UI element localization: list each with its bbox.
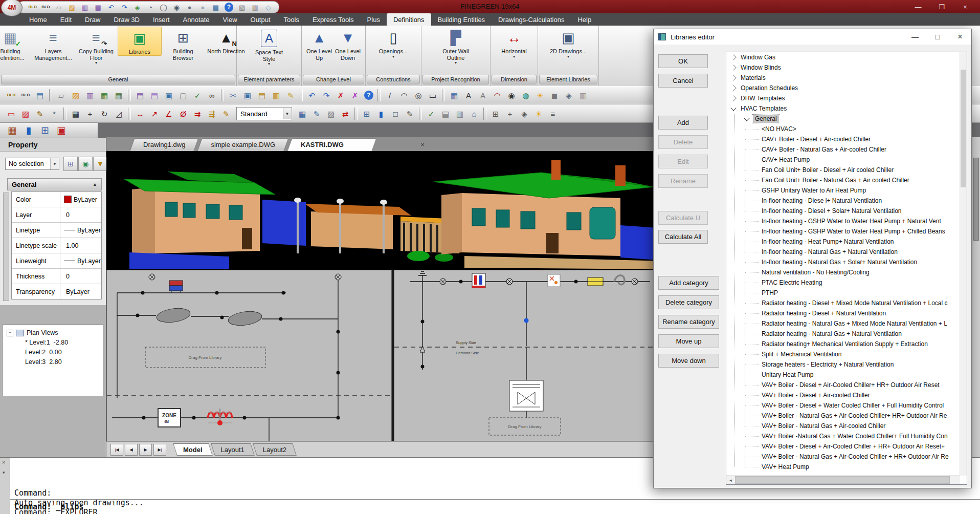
tree-item[interactable]: CAV+ Boiler - Natural Gas + Air-cooled C…	[726, 144, 967, 155]
rename-button[interactable]: Rename	[658, 174, 708, 188]
menu-tab[interactable]: Plus	[361, 13, 387, 26]
spell-check-icon[interactable]: ✓	[191, 89, 204, 101]
wall-hatch-icon[interactable]: ▨	[324, 108, 338, 120]
building-browser-button[interactable]: ⊞ Building Browser	[162, 27, 205, 61]
tree-subcategory-row[interactable]: General	[726, 114, 967, 124]
zone-block[interactable]: ZONE 4M	[158, 409, 181, 427]
delete-category-button[interactable]: Delete category	[658, 295, 719, 309]
property-section-header[interactable]: General ▲	[7, 178, 102, 190]
layers-icon[interactable]: ≡	[546, 108, 560, 120]
chevron-right-icon[interactable]	[730, 65, 736, 70]
erase-icon[interactable]: ✗	[334, 89, 347, 101]
separator[interactable]	[354, 108, 358, 120]
menu-tab[interactable]: Output	[244, 13, 277, 26]
arc-icon[interactable]: ◠	[397, 89, 411, 101]
tree-category-row[interactable]: Window Gas	[726, 52, 967, 62]
one-level-down-button[interactable]: ▼ One Level Down	[333, 27, 362, 61]
paste-icon[interactable]: ▤	[255, 89, 269, 101]
open-file-icon[interactable]: ▨	[69, 89, 82, 101]
separator[interactable]	[377, 89, 381, 101]
property-row[interactable]: Transparency ByLayer	[12, 284, 101, 299]
copy-icon[interactable]: ▣	[241, 89, 254, 101]
move-icon[interactable]: +	[83, 108, 97, 120]
openings-button[interactable]: ▯ Openings... ▾	[371, 27, 416, 59]
tree-category-row-expanded[interactable]: HVAC Templates	[726, 103, 967, 114]
separator[interactable]	[221, 89, 224, 101]
menu-tab[interactable]: Draw 3D	[107, 13, 146, 26]
dim-edit-icon[interactable]: ✎	[219, 108, 233, 120]
dim-continue-icon[interactable]: ⇶	[205, 108, 218, 120]
drawing-tab[interactable]: Drawing1.dwg	[132, 138, 196, 151]
copy-building-floor-button[interactable]: ≡↷ Copy Building Floor ▾	[75, 27, 118, 65]
command-expand-icon[interactable]: ▾	[3, 470, 5, 475]
separator[interactable]	[442, 89, 445, 101]
tree-item[interactable]: In-floor heating - GSHP Water to Water H…	[726, 226, 967, 237]
tree-item[interactable]: CAV+ Heat Pump	[726, 155, 967, 165]
tree-item[interactable]: Natural ventilation - No Heating/Cooling	[726, 267, 967, 277]
separator[interactable]	[128, 108, 131, 120]
tree-item[interactable]: Radiator heating - Diesel + Natural Vent…	[726, 308, 967, 318]
move-down-button[interactable]: Move down	[658, 354, 719, 368]
2d-drawings-button[interactable]: ▣ 2D Drawings... ▾	[548, 27, 589, 59]
menu-tab[interactable]: Home	[23, 13, 54, 26]
close-button[interactable]: ×	[953, 0, 977, 13]
tree-item[interactable]: VAV+ Boiler - Diesel + Air-Cooled Chille…	[726, 380, 967, 390]
ok-button[interactable]: OK	[658, 54, 708, 68]
wall-node-tool-icon[interactable]: ▣	[54, 124, 69, 137]
one-level-up-button[interactable]: ▲ One Level Up	[305, 27, 333, 61]
tree-item[interactable]: Radiator heating+ Mechanical Ventilation…	[726, 339, 967, 349]
first-tab-icon[interactable]: |◀	[110, 444, 123, 456]
property-row[interactable]: Linetype scale 1.00	[12, 238, 101, 253]
help-icon[interactable]: ?	[364, 91, 373, 100]
wall-edit-icon[interactable]: ✎	[310, 108, 323, 120]
tree-vertical-scrollbar[interactable]	[960, 52, 967, 476]
selection-dropdown-icon[interactable]: ▼	[50, 158, 59, 169]
zoom-realtime-icon[interactable]: ◎	[412, 89, 425, 101]
sheet-icon[interactable]: ▥	[576, 89, 590, 101]
dim-angular-icon[interactable]: ∠	[162, 108, 175, 120]
layout-tab[interactable]: Layout2	[255, 443, 295, 456]
ucs-icon[interactable]: +	[503, 108, 517, 120]
tree-category-row[interactable]: DHW Templates	[726, 93, 967, 103]
tree-item[interactable]: CAV+ Boiler - Diesel + Air-cooled Chille…	[726, 134, 967, 144]
tree-item[interactable]: In-floor heating - Natural Gas + Solar+ …	[726, 257, 967, 267]
find-doc-icon[interactable]: ▢	[176, 89, 190, 101]
layers-management-button[interactable]: ≡ Layers Management...	[32, 27, 75, 61]
edit-button[interactable]: Edit	[658, 155, 708, 168]
chevron-right-icon[interactable]	[730, 85, 736, 91]
camera-icon[interactable]: ◉	[505, 89, 518, 101]
property-row[interactable]: Layer 0	[12, 207, 101, 223]
layout-tab[interactable]: Layout1	[213, 443, 253, 456]
tree-item[interactable]: In-floor heating - Diesel + Solar+ Natur…	[726, 206, 967, 216]
menu-tab[interactable]: Edit	[54, 13, 78, 26]
collapse-icon[interactable]: ▲	[93, 182, 97, 187]
menu-tab[interactable]: Building Entities	[431, 13, 492, 26]
plan-views-root[interactable]: − Plan Views	[3, 329, 103, 336]
tree-item[interactable]: In-floor heating - GSHP Water to Water H…	[726, 216, 967, 226]
calculate-u-button[interactable]: Calculate U	[658, 211, 708, 225]
select-new-icon[interactable]: ⊞	[63, 157, 78, 171]
minimize-button[interactable]: —	[906, 0, 930, 13]
tree-item[interactable]: VAV+ Heat Pump	[726, 462, 967, 472]
property-row[interactable]: Color ByLayer	[12, 192, 101, 207]
line-icon[interactable]: /	[383, 89, 396, 101]
wall-icon[interactable]: ▦	[296, 108, 309, 120]
plan-level-item[interactable]: * Level:1 -2.80	[3, 339, 103, 346]
quick-filter-icon[interactable]: ▼	[93, 157, 107, 171]
export-lib-icon[interactable]: ▤	[439, 108, 452, 120]
space-text-style-button[interactable]: A Space Text Style ▾	[248, 27, 290, 66]
acis-in-icon[interactable]: ▦	[98, 89, 111, 101]
select-objects-icon[interactable]: ◉	[78, 157, 93, 171]
property-row[interactable]: Lineweight ByLayer	[12, 253, 101, 269]
tree-item[interactable]: VAV+ Boiler -Natural Gas + Water Cooled …	[726, 431, 967, 441]
door-tool-icon[interactable]: ▮	[21, 124, 36, 137]
prev-tab-icon[interactable]: ◀	[125, 444, 138, 456]
tree-item[interactable]: Fan Coil Unit+ Boiler - Diesel + Air coo…	[726, 165, 967, 175]
scale-icon[interactable]: ◿	[112, 108, 125, 120]
opening-icon[interactable]: □	[389, 108, 402, 120]
tree-item[interactable]: Radiator heating - Natural Gas + Natural…	[726, 329, 967, 339]
tree-collapse-icon[interactable]: −	[7, 330, 13, 336]
scroll-left-icon[interactable]: ◂	[726, 476, 735, 484]
menu-tab[interactable]: Drawings-Calculations	[492, 13, 571, 26]
separator[interactable]	[419, 108, 422, 120]
